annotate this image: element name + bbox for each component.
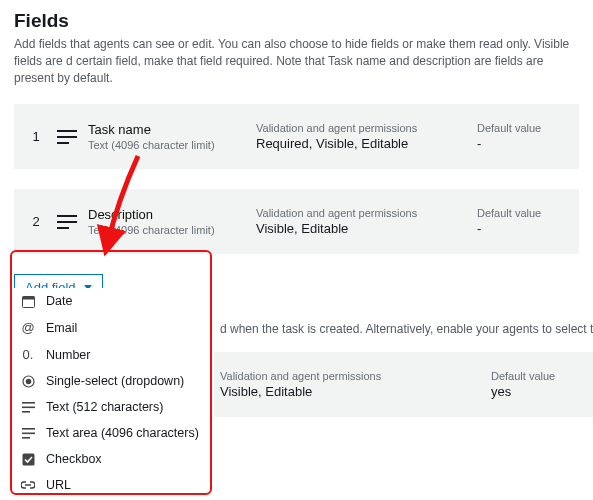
dropdown-item-label: Number [46, 348, 90, 362]
calendar-icon [20, 295, 36, 308]
dropdown-item-number[interactable]: 0. Number [14, 341, 214, 368]
dropdown-item-single-select[interactable]: Single-select (dropdown) [14, 368, 214, 394]
validation-label: Validation and agent permissions [220, 370, 483, 382]
dropdown-item-label: Email [46, 321, 77, 335]
field-name: Task name [88, 122, 256, 137]
svg-rect-11 [22, 406, 35, 408]
svg-rect-0 [57, 130, 77, 132]
dropdown-item-label: Date [46, 294, 72, 308]
field-index: 2 [26, 214, 46, 229]
dropdown-item-text[interactable]: Text (512 characters) [14, 394, 214, 420]
text-lines-icon [54, 215, 80, 229]
default-value: - [477, 136, 567, 151]
link-icon [20, 481, 36, 490]
field-row[interactable]: 2 Description Text (4096 character limit… [14, 189, 579, 254]
dropdown-item-label: Text (512 characters) [46, 400, 163, 414]
svg-rect-13 [22, 428, 35, 430]
default-value: - [477, 221, 567, 236]
text-lines-icon [54, 130, 80, 144]
field-subtype: Text (4096 character limit) [88, 139, 256, 151]
add-field-dropdown: Date @ Email 0. Number Single-select (dr… [14, 288, 214, 498]
dropdown-item-textarea[interactable]: Text area (4096 characters) [14, 420, 214, 446]
svg-rect-2 [57, 142, 69, 144]
field-index: 1 [26, 129, 46, 144]
svg-rect-12 [22, 411, 30, 413]
validation-value: Visible, Editable [256, 221, 469, 236]
dropdown-item-email[interactable]: @ Email [14, 314, 214, 341]
svg-rect-5 [57, 227, 69, 229]
dropdown-item-url[interactable]: URL [14, 472, 214, 498]
validation-value: Visible, Editable [220, 384, 483, 399]
svg-rect-4 [57, 221, 77, 223]
section-title: Fields [14, 10, 579, 32]
dropdown-item-checkbox[interactable]: Checkbox [14, 446, 214, 472]
dropdown-item-date[interactable]: Date [14, 288, 214, 314]
dropdown-item-label: Checkbox [46, 452, 102, 466]
at-icon: @ [20, 320, 36, 335]
dropdown-item-label: URL [46, 478, 71, 492]
svg-rect-15 [22, 437, 30, 439]
default-label: Default value [491, 370, 581, 382]
default-label: Default value [477, 207, 567, 219]
text-lines-icon [20, 402, 36, 413]
validation-label: Validation and agent permissions [256, 207, 469, 219]
svg-rect-3 [57, 215, 77, 217]
dropdown-item-label: Single-select (dropdown) [46, 374, 184, 388]
dropdown-item-label: Text area (4096 characters) [46, 426, 199, 440]
field-list: 1 Task name Text (4096 character limit) … [14, 104, 579, 254]
svg-rect-14 [22, 432, 35, 434]
text-lines-icon [20, 428, 36, 439]
validation-label: Validation and agent permissions [256, 122, 469, 134]
validation-value: Required, Visible, Editable [256, 136, 469, 151]
default-value: yes [491, 384, 581, 399]
checkbox-icon [20, 453, 36, 466]
number-icon: 0. [20, 347, 36, 362]
section-help: Add fields that agents can see or edit. … [14, 36, 579, 86]
field-subtype: Text (4096 character limit) [88, 224, 256, 236]
svg-rect-10 [22, 402, 35, 404]
field-row[interactable]: 1 Task name Text (4096 character limit) … [14, 104, 579, 169]
svg-rect-16 [22, 453, 34, 465]
svg-rect-1 [57, 136, 77, 138]
default-label: Default value [477, 122, 567, 134]
fields-panel: Fields Add fields that agents can see or… [0, 0, 593, 301]
field-name: Description [88, 207, 256, 222]
radio-icon [20, 375, 36, 388]
svg-rect-7 [22, 296, 34, 299]
svg-point-9 [25, 378, 31, 384]
